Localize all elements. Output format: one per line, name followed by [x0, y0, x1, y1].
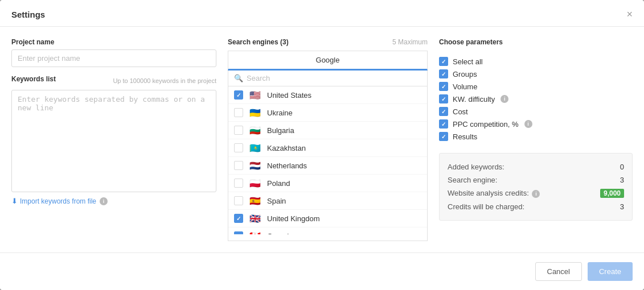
import-icon: ⬇ [11, 197, 18, 205]
country-list: 🇺🇸United States🇺🇦Ukraine🇧🇬Bulgaria🇰🇿Kaza… [228, 86, 427, 234]
country-flag: 🇪🇸 [249, 197, 261, 205]
country-checkbox[interactable] [234, 126, 243, 135]
project-name-section: Project name [11, 38, 216, 67]
country-name: Poland [267, 179, 290, 188]
search-icon: 🔍 [234, 74, 243, 82]
param-item[interactable]: Select all [439, 55, 633, 68]
modal-overlay: Settings × Project name Keywords list Up… [0, 0, 644, 290]
country-flag: 🇧🇬 [249, 126, 261, 135]
website-credits-info-icon[interactable]: i [532, 190, 540, 198]
country-checkbox[interactable] [234, 179, 243, 188]
keywords-textarea[interactable] [11, 90, 216, 192]
param-item[interactable]: Cost [439, 105, 633, 118]
param-label: Groups [453, 70, 477, 78]
param-label: KW. difficulty [453, 95, 495, 103]
country-item[interactable]: 🇬🇧United Kingdom [228, 210, 427, 227]
country-item[interactable]: 🇳🇱Netherlands [228, 157, 427, 175]
stat-search-engine: Search engine: 3 [448, 173, 624, 187]
search-engine-value: 3 [620, 176, 624, 184]
modal-body: Project name Keywords list Up to 100000 … [0, 27, 644, 252]
param-item[interactable]: Volume [439, 80, 633, 93]
added-keywords-value: 0 [620, 163, 624, 171]
country-item[interactable]: 🇧🇬Bulgaria [228, 122, 427, 139]
stat-added-keywords: Added keywords: 0 [448, 160, 624, 173]
param-checkbox[interactable] [439, 107, 448, 116]
stats-box: Added keywords: 0 Search engine: 3 Websi… [439, 153, 633, 221]
country-flag: 🇺🇸 [249, 91, 261, 100]
project-name-input[interactable] [11, 49, 216, 67]
country-name: Ukraine [267, 109, 293, 117]
country-name: Netherlands [267, 161, 307, 170]
country-checkbox[interactable] [234, 161, 243, 170]
param-item[interactable]: PPC competition, %i [439, 118, 633, 130]
param-info-icon[interactable]: i [501, 95, 508, 103]
country-name: Canada [267, 232, 293, 235]
param-checkbox[interactable] [439, 57, 448, 66]
search-engines-header: Search engines (3) 5 Maximum [228, 38, 428, 46]
settings-modal: Settings × Project name Keywords list Up… [0, 0, 644, 290]
country-flag: 🇰🇿 [249, 144, 261, 152]
cancel-button[interactable]: Cancel [535, 262, 582, 281]
country-item[interactable]: 🇺🇸United States [228, 86, 427, 104]
country-item[interactable]: 🇨🇦Canada [228, 227, 427, 234]
country-search-input[interactable] [247, 74, 421, 82]
country-item[interactable]: 🇵🇱Poland [228, 175, 427, 192]
country-name: Kazakhstan [267, 144, 306, 152]
country-item[interactable]: 🇪🇸Spain [228, 192, 427, 210]
country-checkbox[interactable] [234, 196, 243, 205]
import-info-icon[interactable]: i [100, 197, 108, 205]
param-item[interactable]: Groups [439, 68, 633, 80]
middle-panel: Search engines (3) 5 Maximum Google 🔍 🇺🇸… [228, 38, 428, 241]
modal-header: Settings × [0, 0, 644, 27]
param-checkbox[interactable] [439, 132, 448, 141]
close-button[interactable]: × [626, 9, 633, 19]
country-checkbox[interactable] [234, 90, 243, 100]
param-info-icon[interactable]: i [524, 120, 532, 128]
country-flag: 🇺🇦 [249, 109, 261, 117]
max-label: 5 Maximum [392, 38, 428, 46]
param-label: Select all [453, 57, 483, 66]
stat-website-credits: Website analysis credits: i 9,000 [448, 187, 624, 200]
project-name-label: Project name [11, 38, 216, 46]
country-flag: 🇵🇱 [249, 179, 261, 188]
country-checkbox[interactable] [234, 108, 243, 117]
param-checkbox[interactable] [439, 94, 448, 103]
website-credits-value: 9,000 [600, 189, 624, 198]
credits-charged-value: 3 [620, 202, 624, 211]
credits-charged-label: Credits will be charged: [448, 202, 524, 211]
modal-footer: Cancel Create [0, 252, 644, 290]
search-engine-label: Search engine: [448, 176, 497, 184]
keywords-header: Keywords list Up to 100000 keywords in t… [11, 75, 216, 86]
country-item[interactable]: 🇰🇿Kazakhstan [228, 139, 427, 157]
dropdown-container: 🔍 🇺🇸United States🇺🇦Ukraine🇧🇬Bulgaria🇰🇿Ka… [228, 71, 428, 241]
website-credits-label-text: Website analysis credits: [448, 189, 529, 197]
country-checkbox[interactable] [234, 214, 243, 223]
param-item[interactable]: KW. difficultyi [439, 93, 633, 105]
keywords-hint: Up to 100000 keywords in the project [113, 77, 216, 84]
left-panel: Project name Keywords list Up to 100000 … [11, 38, 216, 241]
import-label: Import keywords from file [20, 197, 96, 205]
param-checkbox[interactable] [439, 69, 448, 78]
create-button[interactable]: Create [588, 262, 633, 281]
search-engines-title: Search engines (3) [228, 38, 289, 46]
stat-credits-charged: Credits will be charged: 3 [448, 200, 624, 213]
country-flag: 🇨🇦 [249, 232, 261, 235]
country-checkbox[interactable] [234, 231, 243, 234]
params-title: Choose parameters [439, 38, 633, 46]
param-label: Volume [453, 82, 477, 91]
country-item[interactable]: 🇺🇦Ukraine [228, 104, 427, 122]
right-panel: Choose parameters Select allGroupsVolume… [439, 38, 633, 241]
keywords-label: Keywords list [11, 75, 56, 83]
country-checkbox[interactable] [234, 143, 243, 152]
google-tab[interactable]: Google [228, 51, 428, 71]
params-list: Select allGroupsVolumeKW. difficultyiCos… [439, 55, 633, 143]
website-credits-label: Website analysis credits: i [448, 189, 540, 198]
import-keywords-link[interactable]: ⬇ Import keywords from file i [11, 197, 216, 205]
country-flag: 🇳🇱 [249, 161, 261, 170]
param-label: PPC competition, % [453, 120, 519, 129]
param-item[interactable]: Results [439, 130, 633, 143]
param-checkbox[interactable] [439, 82, 448, 91]
country-name: Spain [267, 197, 286, 205]
param-checkbox[interactable] [439, 119, 448, 129]
country-name: Bulgaria [267, 126, 294, 135]
